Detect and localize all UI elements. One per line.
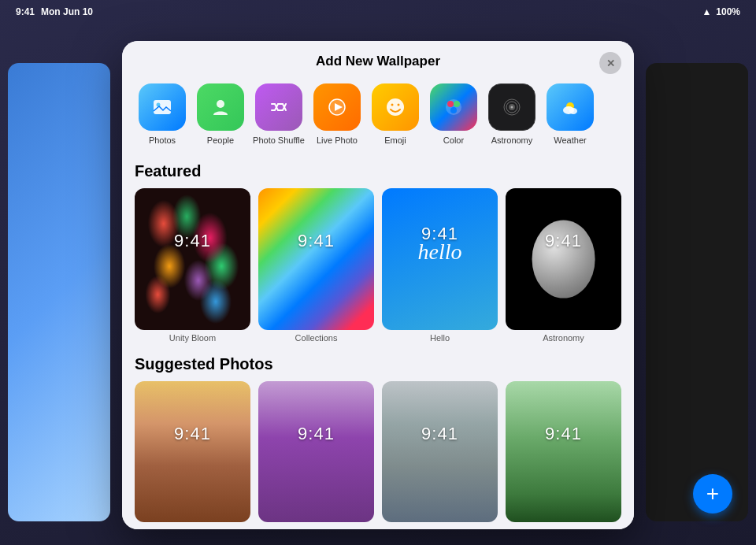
svg-point-6: [387, 98, 404, 116]
add-wallpaper-modal: Add New Wallpaper ✕ Photos: [122, 41, 634, 529]
modal-content: Featured 9:41 Unity Bloom: [122, 154, 634, 529]
astronomy-label: Astronomy: [491, 135, 533, 145]
category-weather[interactable]: Weather: [543, 83, 598, 145]
suggested-grid: 9:41 9:41: [135, 381, 621, 523]
unity-bloom-bg: 9:41: [135, 188, 250, 330]
cliffs-time: 9:41: [421, 424, 458, 444]
status-bar-right: ▲ 100%: [702, 6, 740, 17]
svg-point-7: [391, 104, 394, 106]
wifi-icon: ▲: [702, 6, 711, 17]
left-wallpaper-preview[interactable]: [8, 63, 110, 521]
weather-label: Weather: [554, 135, 586, 145]
people-icon: [197, 83, 244, 131]
purple-wrapper: 9:41: [258, 381, 374, 523]
hello-wrapper: 9:41 hello Hello: [382, 188, 498, 343]
collections-time: 9:41: [298, 231, 335, 251]
desert-wrapper: 9:41: [135, 381, 250, 523]
category-astronomy[interactable]: Astronomy: [484, 83, 539, 145]
purple-thumb[interactable]: 9:41: [258, 381, 374, 523]
emoji-label: Emoji: [384, 135, 406, 145]
cliffs-wrapper: 9:41: [382, 381, 498, 523]
status-time: 9:41: [16, 6, 35, 17]
sheep-thumb[interactable]: 9:41: [506, 381, 621, 523]
category-emoji[interactable]: Emoji: [368, 83, 423, 145]
emoji-icon: [372, 83, 419, 131]
unity-bloom-wrapper: 9:41 Unity Bloom: [135, 188, 250, 343]
photos-label: Photos: [149, 135, 176, 145]
battery-status: 100%: [716, 6, 740, 17]
desert-thumb[interactable]: 9:41: [135, 381, 250, 523]
category-people[interactable]: People: [193, 83, 248, 145]
collections-label: Collections: [258, 333, 374, 343]
right-wallpaper-preview[interactable]: [646, 63, 748, 521]
weather-icon: [547, 83, 594, 131]
category-shuffle[interactable]: Photo Shuffle: [251, 83, 306, 145]
featured-grid: 9:41 Unity Bloom 9:41 Collections: [135, 188, 621, 343]
status-date: Mon Jun 10: [41, 6, 93, 17]
svg-point-2: [217, 100, 224, 108]
collections-thumb[interactable]: 9:41: [258, 188, 374, 330]
astronomy-thumb[interactable]: 9:41: [506, 188, 621, 330]
ipad-background: 9:41 Mon Jun 10 ▲ 100% + Add New Wallpap…: [0, 0, 756, 545]
modal-header: Add New Wallpaper ✕: [122, 41, 634, 77]
unity-label: Unity Bloom: [135, 333, 250, 343]
astronomy-feat-label: Astronomy: [506, 333, 621, 343]
photos-icon: [139, 83, 186, 131]
cliffs-bg: 9:41: [382, 381, 498, 523]
astronomy-bg: 9:41: [506, 188, 621, 330]
svg-point-19: [569, 108, 577, 114]
close-icon: ✕: [606, 57, 615, 69]
modal-title: Add New Wallpaper: [316, 54, 440, 69]
unity-bloom-thumb[interactable]: 9:41: [135, 188, 250, 330]
svg-point-11: [454, 101, 460, 107]
desert-time: 9:41: [174, 424, 211, 444]
unity-time: 9:41: [174, 231, 211, 251]
category-photos[interactable]: Photos: [135, 83, 190, 145]
hello-text: hello: [418, 239, 462, 265]
shuffle-label: Photo Shuffle: [253, 135, 305, 145]
categories-row: Photos People Photo Sh: [122, 77, 634, 154]
live-icon: [313, 83, 361, 131]
suggested-section: Suggested Photos 9:41 9:41: [135, 355, 621, 523]
category-live[interactable]: Live Photo: [309, 83, 365, 145]
svg-point-16: [511, 106, 513, 109]
add-wallpaper-button[interactable]: +: [693, 474, 732, 513]
color-icon: [430, 83, 477, 131]
status-bar-left: 9:41 Mon Jun 10: [16, 6, 93, 17]
color-label: Color: [443, 135, 464, 145]
desert-bg: 9:41: [135, 381, 250, 523]
shuffle-icon: [255, 83, 302, 131]
collections-bg: 9:41: [258, 188, 374, 330]
close-button[interactable]: ✕: [599, 52, 621, 74]
hello-bg: 9:41 hello: [382, 188, 498, 330]
suggested-title: Suggested Photos: [135, 355, 621, 373]
sheep-bg: 9:41: [506, 381, 621, 523]
featured-section: Featured 9:41 Unity Bloom: [135, 162, 621, 343]
astronomy-wrapper: 9:41 Astronomy: [506, 188, 621, 343]
status-bar: 9:41 Mon Jun 10 ▲ 100%: [0, 6, 756, 17]
purple-bg: 9:41: [258, 381, 374, 523]
svg-rect-0: [154, 100, 171, 114]
collections-wrapper: 9:41 Collections: [258, 188, 374, 343]
svg-point-8: [398, 104, 400, 106]
featured-title: Featured: [135, 162, 621, 180]
sheep-time: 9:41: [545, 424, 582, 444]
svg-point-10: [447, 101, 454, 107]
people-label: People: [207, 135, 234, 145]
live-label: Live Photo: [317, 135, 358, 145]
hello-label: Hello: [382, 333, 498, 343]
purple-time: 9:41: [298, 424, 335, 444]
sheep-wrapper: 9:41: [506, 381, 621, 523]
astronomy-icon: [488, 83, 536, 131]
category-color[interactable]: Color: [426, 83, 481, 145]
hello-thumb[interactable]: 9:41 hello: [382, 188, 498, 330]
astronomy-time: 9:41: [545, 231, 582, 251]
svg-point-12: [450, 107, 457, 113]
cliffs-thumb[interactable]: 9:41: [382, 381, 498, 523]
